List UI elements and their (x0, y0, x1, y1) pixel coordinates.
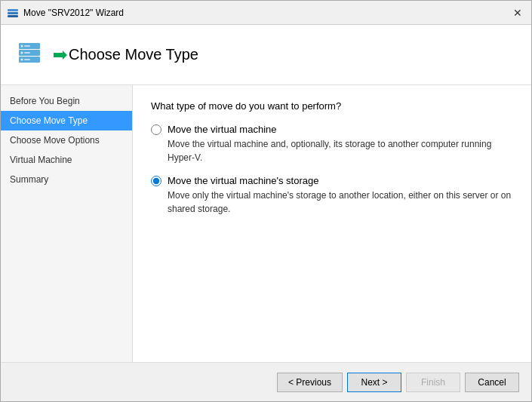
svg-point-6 (21, 44, 23, 47)
radio-group: Move the virtual machine Move the virtua… (151, 124, 513, 216)
sidebar: Before You Begin Choose Move Type Choose… (1, 85, 133, 362)
wizard-body: Before You Begin Choose Move Type Choose… (1, 85, 531, 362)
server-icon (13, 37, 49, 73)
wizard-window: Move "SRV2012" Wizard ✕ (0, 0, 532, 402)
next-button[interactable]: Next > (347, 373, 401, 392)
wizard-header-title: Choose Move Type (69, 46, 198, 63)
sidebar-item-before-you-begin[interactable]: Before You Begin (1, 91, 132, 111)
radio-option-move-vm: Move the virtual machine Move the virtua… (151, 124, 513, 164)
radio-option-move-storage: Move the virtual machine's storage Move … (151, 175, 513, 216)
cancel-button[interactable]: Cancel (465, 373, 519, 392)
sidebar-item-virtual-machine[interactable]: Virtual Machine (1, 150, 132, 170)
content-question: What type of move do you want to perform… (151, 100, 513, 112)
svg-rect-2 (8, 15, 18, 17)
arrow-icon (51, 46, 69, 64)
header-icon-group (13, 37, 69, 73)
sidebar-item-choose-move-type[interactable]: Choose Move Type (1, 111, 132, 130)
svg-rect-11 (24, 59, 30, 60)
wizard-header: Choose Move Type (1, 25, 531, 85)
sidebar-item-summary[interactable]: Summary (1, 170, 132, 189)
wizard-footer: < Previous Next > Finish Cancel (1, 362, 531, 401)
sidebar-item-choose-move-options[interactable]: Choose Move Options (1, 130, 132, 150)
radio-label-row-move-storage: Move the virtual machine's storage (151, 175, 513, 186)
svg-rect-9 (24, 52, 30, 54)
svg-point-10 (21, 58, 23, 60)
radio-desc-move-storage: Move only the virtual machine's storage … (168, 189, 513, 216)
svg-rect-1 (8, 12, 18, 14)
content-area: What type of move do you want to perform… (133, 85, 531, 362)
svg-marker-12 (54, 51, 67, 60)
previous-button[interactable]: < Previous (277, 373, 343, 392)
close-button[interactable]: ✕ (510, 5, 525, 20)
titlebar-icon (7, 7, 19, 19)
radio-move-storage[interactable] (151, 176, 161, 186)
titlebar: Move "SRV2012" Wizard ✕ (1, 1, 531, 25)
radio-label-move-storage[interactable]: Move the virtual machine's storage (168, 175, 318, 186)
titlebar-title: Move "SRV2012" Wizard (23, 8, 510, 18)
radio-desc-move-vm: Move the virtual machine and, optionally… (168, 137, 513, 164)
radio-move-vm[interactable] (151, 124, 161, 135)
svg-point-8 (21, 51, 23, 54)
svg-rect-7 (24, 45, 30, 47)
radio-label-move-vm[interactable]: Move the virtual machine (168, 124, 277, 135)
finish-button: Finish (406, 373, 460, 392)
radio-label-row-move-vm: Move the virtual machine (151, 124, 513, 135)
svg-rect-0 (8, 9, 18, 11)
